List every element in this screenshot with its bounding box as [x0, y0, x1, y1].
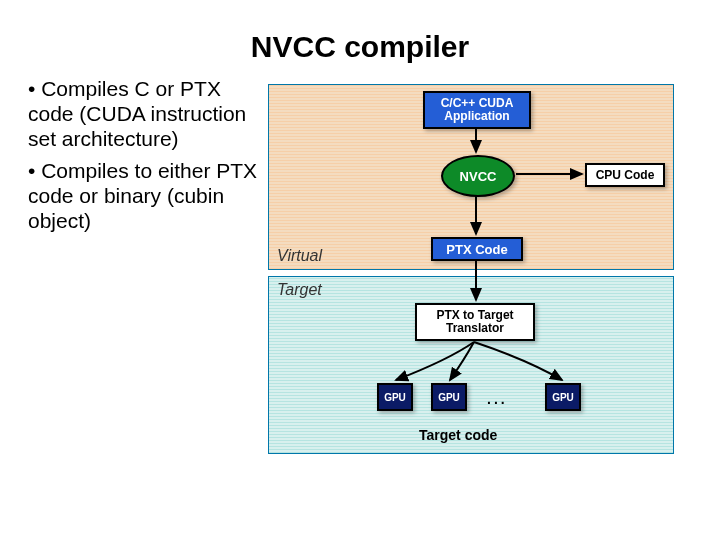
virtual-zone: Virtual C/C++ CUDA Application NVCC CPU …: [268, 84, 674, 270]
bullet-text: Compiles to either PTX code or binary (c…: [28, 159, 257, 232]
ellipsis: ...: [487, 391, 508, 407]
translator-box: PTX to Target Translator: [415, 303, 535, 341]
slide-title: NVCC compiler: [0, 30, 720, 64]
compiler-diagram: Virtual C/C++ CUDA Application NVCC CPU …: [268, 76, 698, 239]
ptx-code-box: PTX Code: [431, 237, 523, 261]
bullet-item: • Compiles to either PTX code or binary …: [28, 158, 258, 234]
nvcc-oval: NVCC: [441, 155, 515, 197]
app-line2: Application: [444, 110, 509, 123]
target-zone: Target PTX to Target Translator GPU GPU …: [268, 276, 674, 454]
virtual-label: Virtual: [277, 247, 322, 265]
translator-line2: Translator: [446, 322, 504, 335]
gpu-box: GPU: [431, 383, 467, 411]
cpu-code-box: CPU Code: [585, 163, 665, 187]
bullet-list: • Compiles C or PTX code (CUDA instructi…: [28, 76, 268, 239]
slide-content: • Compiles C or PTX code (CUDA instructi…: [0, 76, 720, 239]
gpu-box: GPU: [545, 383, 581, 411]
target-label: Target: [277, 281, 322, 299]
gpu-box: GPU: [377, 383, 413, 411]
target-code-label: Target code: [419, 427, 497, 443]
bullet-text: Compiles C or PTX code (CUDA instruction…: [28, 77, 246, 150]
bullet-item: • Compiles C or PTX code (CUDA instructi…: [28, 76, 258, 152]
app-box: C/C++ CUDA Application: [423, 91, 531, 129]
